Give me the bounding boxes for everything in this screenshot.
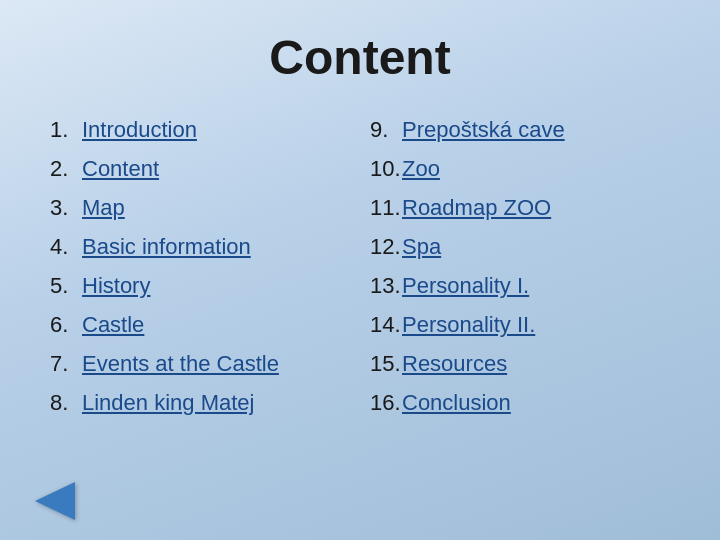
right-column: 9.Prepoštská cave10.Zoo11.Roadmap ZOO12.…	[370, 113, 670, 419]
list-link[interactable]: History	[82, 269, 150, 302]
list-link[interactable]: Basic information	[82, 230, 251, 263]
list-number: 6.	[50, 308, 82, 341]
list-number: 2.	[50, 152, 82, 185]
list-link[interactable]: Introduction	[82, 113, 197, 146]
list-number: 4.	[50, 230, 82, 263]
list-number: 11.	[370, 191, 402, 224]
list-link[interactable]: Content	[82, 152, 159, 185]
list-item: 5.History	[50, 269, 350, 302]
list-item: 1.Introduction	[50, 113, 350, 146]
list-item: 16.Conclusion	[370, 386, 670, 419]
list-link[interactable]: Personality II.	[402, 308, 535, 341]
list-link[interactable]: Map	[82, 191, 125, 224]
list-item: 7.Events at the Castle	[50, 347, 350, 380]
list-link[interactable]: Linden king Matej	[82, 386, 254, 419]
list-item: 15.Resources	[370, 347, 670, 380]
list-item: 3.Map	[50, 191, 350, 224]
back-button[interactable]	[30, 482, 80, 520]
list-number: 15.	[370, 347, 402, 380]
list-link[interactable]: Resources	[402, 347, 507, 380]
list-number: 10.	[370, 152, 402, 185]
list-number: 12.	[370, 230, 402, 263]
list-link[interactable]: Castle	[82, 308, 144, 341]
list-number: 1.	[50, 113, 82, 146]
list-number: 8.	[50, 386, 82, 419]
list-link[interactable]: Personality I.	[402, 269, 529, 302]
list-item: 9.Prepoštská cave	[370, 113, 670, 146]
list-item: 2.Content	[50, 152, 350, 185]
list-link[interactable]: Zoo	[402, 152, 440, 185]
left-column: 1.Introduction2.Content3.Map4.Basic info…	[50, 113, 350, 419]
list-number: 14.	[370, 308, 402, 341]
list-link[interactable]: Conclusion	[402, 386, 511, 419]
list-item: 14.Personality II.	[370, 308, 670, 341]
list-item: 12.Spa	[370, 230, 670, 263]
list-item: 11.Roadmap ZOO	[370, 191, 670, 224]
back-arrow-icon	[35, 482, 75, 520]
slide: Content 1.Introduction2.Content3.Map4.Ba…	[0, 0, 720, 540]
list-item: 6.Castle	[50, 308, 350, 341]
list-number: 16.	[370, 386, 402, 419]
list-item: 13.Personality I.	[370, 269, 670, 302]
list-number: 3.	[50, 191, 82, 224]
list-link[interactable]: Roadmap ZOO	[402, 191, 551, 224]
list-number: 9.	[370, 113, 402, 146]
list-link[interactable]: Prepoštská cave	[402, 113, 565, 146]
list-link[interactable]: Spa	[402, 230, 441, 263]
list-link[interactable]: Events at the Castle	[82, 347, 279, 380]
list-item: 4.Basic information	[50, 230, 350, 263]
list-number: 13.	[370, 269, 402, 302]
list-item: 10.Zoo	[370, 152, 670, 185]
content-area: 1.Introduction2.Content3.Map4.Basic info…	[50, 113, 670, 419]
list-item: 8.Linden king Matej	[50, 386, 350, 419]
page-title: Content	[269, 30, 450, 85]
list-number: 5.	[50, 269, 82, 302]
list-number: 7.	[50, 347, 82, 380]
